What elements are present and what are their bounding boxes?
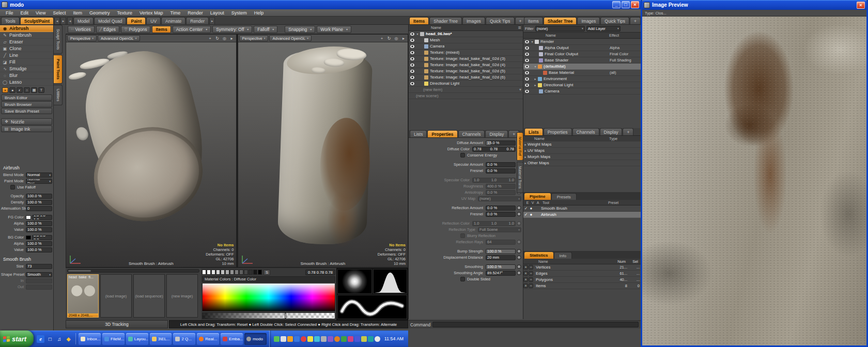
expander-icon[interactable]: ▸: [523, 161, 528, 165]
visibility-eye-icon[interactable]: [523, 90, 530, 93]
list-options-icon[interactable]: ≣: [518, 25, 521, 30]
gray-swatch[interactable]: [221, 270, 225, 275]
image-preview-window[interactable]: Image Preview × Type: Clos...: [641, 0, 868, 347]
minus-icon[interactable]: −: [529, 283, 533, 288]
tray-icon[interactable]: [328, 336, 333, 342]
work-plane-dropdown[interactable]: Work Plane: [317, 26, 351, 33]
tab-items-a[interactable]: Items: [409, 17, 429, 24]
mini-slider-icon[interactable]: [517, 271, 521, 275]
taskbar-task-modo[interactable]: modo: [244, 333, 267, 345]
visibility-eye-icon[interactable]: [523, 53, 530, 56]
maximize-button[interactable]: □: [622, 1, 630, 8]
tab-animate[interactable]: Animate: [161, 17, 185, 24]
tab-channels-b[interactable]: Channels: [572, 128, 599, 135]
item-row-texture-6[interactable]: Texture: Image: head_bake_final_02d (6): [409, 74, 523, 81]
gray-swatch[interactable]: [225, 270, 229, 275]
viewport-options-icon[interactable]: ▸: [229, 35, 235, 41]
preview-type-dropdown[interactable]: Type: Clos...: [645, 11, 667, 15]
new-item-options-icon[interactable]: ▾: [519, 87, 523, 92]
shader-row-default-mat[interactable]: ▾(defaultMat): [523, 64, 641, 70]
specular-amount-field[interactable]: 0.0 %: [486, 162, 516, 167]
shader-row-camera[interactable]: Camera: [523, 88, 641, 94]
item-row-directional-light[interactable]: Directional Light: [409, 81, 523, 87]
tool-smudge[interactable]: ∿Smudge: [0, 66, 53, 72]
tab-display-b[interactable]: Display: [600, 128, 623, 135]
quick-launch-media-icon[interactable]: ♫: [55, 335, 63, 343]
plus-icon[interactable]: +: [523, 283, 528, 288]
reflection-type-dropdown[interactable]: Full Scene: [478, 227, 521, 232]
tab-sculpt-paint[interactable]: Sculpt/Paint: [20, 17, 54, 24]
shader-row-directional-light[interactable]: ▸Directional Light: [523, 82, 641, 88]
brush-tip-ring-icon[interactable]: ○: [24, 87, 30, 93]
use-falloff-checkbox[interactable]: [10, 185, 15, 190]
gray-swatch[interactable]: [239, 270, 243, 275]
taskbar-task-emba[interactable]: Emba...: [221, 333, 243, 345]
menu-system[interactable]: System: [228, 10, 251, 15]
reflection-rays-field[interactable]: 64: [486, 240, 516, 245]
fg-value-field[interactable]: 100.0 %: [26, 227, 52, 232]
visibility-eye-icon[interactable]: [523, 46, 530, 50]
mini-slider-icon[interactable]: [517, 255, 521, 260]
tool-clone[interactable]: ▣Clone: [0, 45, 53, 52]
item-row-camera[interactable]: Camera: [409, 43, 523, 50]
expander-icon[interactable]: ▸: [533, 83, 537, 87]
tray-icon[interactable]: [287, 336, 293, 342]
menu-render[interactable]: Render: [184, 10, 207, 15]
menu-vertex-map[interactable]: Vertex Map: [136, 10, 167, 15]
visibility-eye-icon[interactable]: [409, 82, 415, 85]
list-row-other-maps[interactable]: ▸Other Maps: [523, 160, 641, 166]
minus-icon[interactable]: −: [529, 271, 533, 276]
mini-slider-icon[interactable]: [517, 264, 521, 269]
brush-tip-square-icon[interactable]: ▪: [2, 87, 8, 93]
tool-line[interactable]: ╱Line: [0, 52, 53, 59]
visibility-eye-icon[interactable]: [409, 33, 415, 36]
mini-slider-icon[interactable]: [517, 206, 521, 210]
menu-select[interactable]: Select: [49, 10, 69, 15]
tab-paint[interactable]: Paint: [127, 17, 146, 24]
close-button[interactable]: ×: [631, 1, 639, 8]
bg-value-field[interactable]: 100.0 %: [26, 247, 52, 253]
specular-color-field[interactable]: 1.01.01.0: [472, 178, 516, 183]
gray-swatch[interactable]: [244, 270, 248, 275]
quick-launch-ie-icon[interactable]: e: [37, 335, 44, 343]
attenuation-steps-field[interactable]: 0: [26, 206, 52, 211]
brush-tip-text-icon[interactable]: T: [38, 87, 44, 93]
rotate-icon[interactable]: ↻: [386, 35, 392, 41]
image-ink-button[interactable]: ▤Image Ink: [1, 125, 52, 132]
tray-icon[interactable]: [348, 336, 353, 342]
minus-icon[interactable]: −: [529, 277, 533, 282]
reflection-amount-field[interactable]: 0.0 %: [486, 206, 516, 211]
roughness-field[interactable]: 400.0 %: [486, 184, 516, 189]
taskbar-task-2q[interactable]: 2 Q...: [173, 333, 195, 345]
quick-launch-desktop-icon[interactable]: □: [46, 335, 54, 343]
brush-tip-circle-icon[interactable]: ●: [9, 87, 16, 93]
visibility-eye-icon[interactable]: [523, 40, 530, 43]
reflection-fresnel-field[interactable]: 0.0 %: [486, 212, 516, 217]
visibility-eye-icon[interactable]: [523, 77, 530, 81]
minus-icon[interactable]: −: [529, 265, 533, 270]
expander-icon[interactable]: ▸: [523, 149, 528, 152]
uv-map-dropdown[interactable]: (none): [478, 196, 521, 201]
gray-swatch[interactable]: [249, 270, 253, 275]
out-slider[interactable]: [26, 285, 52, 290]
clip-load-sequence[interactable]: (load sequence): [133, 274, 165, 318]
clips-scrollbar[interactable]: [67, 269, 199, 273]
vertices-mode-button[interactable]: ∷Vertices: [68, 26, 95, 33]
rotate-icon[interactable]: ↻: [214, 35, 221, 41]
smoothing-field[interactable]: 100.0 %: [486, 264, 516, 270]
tab-channels-a[interactable]: Channels: [458, 130, 485, 137]
shader-row-environment[interactable]: ▸Environment: [523, 76, 641, 82]
visibility-eye-icon[interactable]: [409, 70, 415, 73]
gray-swatch[interactable]: [216, 270, 220, 275]
taskbar-task-filem[interactable]: FileM...: [102, 333, 125, 345]
paint-mode-dropdown[interactable]: Normal Proj...: [26, 179, 52, 184]
tab-uv[interactable]: UV: [146, 17, 161, 24]
tray-icon[interactable]: [361, 336, 367, 342]
tab-scroll-right-icon[interactable]: ▸: [60, 17, 66, 24]
expander-icon[interactable]: ▸: [523, 155, 528, 159]
diffuse-color-field[interactable]: 0.780.780.78: [472, 147, 516, 152]
expander-icon[interactable]: ▾: [415, 32, 420, 36]
falloff-dropdown[interactable]: Falloff: [254, 26, 277, 33]
bg-color-swatch[interactable]: [26, 235, 31, 240]
snapping-dropdown[interactable]: Snapping: [285, 26, 315, 33]
